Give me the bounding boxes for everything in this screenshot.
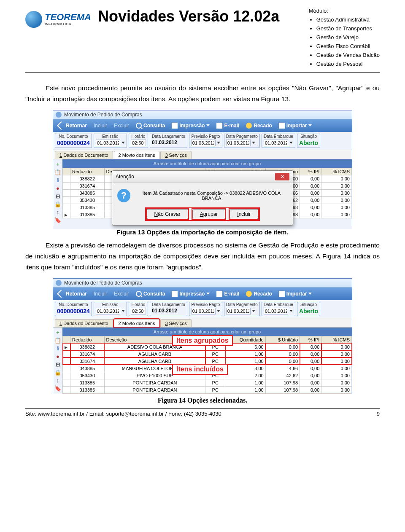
lock-icon[interactable]: 🔒 [54,369,61,376]
impressao-button[interactable]: Impressão [168,121,213,130]
chevron-down-icon[interactable] [289,310,293,312]
chevron-down-icon[interactable] [252,142,255,144]
tab-movto[interactable]: 2 Movto dos Itens [114,151,160,159]
doc-number-value: 0000000024 [57,308,90,314]
consulta-button[interactable]: Consulta [132,121,168,130]
importar-button[interactable]: Importar [275,289,316,298]
emissao-input[interactable] [96,140,120,146]
tab-movto[interactable]: 2 Movto dos Itens [114,319,160,327]
app-window-fig14: Movimento de Pedido de Compras Retornar … [53,278,352,394]
field-label: Previsão Pagto [191,134,220,139]
recado-button[interactable]: Recado [243,121,275,130]
dialog-title: Atenção [116,174,134,180]
col-ipi[interactable]: % IPI [300,336,321,343]
consulta-button[interactable]: Consulta [132,289,168,298]
search-icon [136,123,142,129]
embarque-input[interactable] [264,140,288,146]
callout-agrupados: Itens agrupados [172,335,233,346]
previsao-input[interactable] [191,140,216,146]
add-icon[interactable]: + [56,329,59,336]
lancamento-value: 01.03.2012 [152,140,177,145]
tab-dados[interactable]: 1 1 Dados do DocumentoDados do Documento [55,151,113,159]
add-icon[interactable]: + [56,161,59,167]
chevron-down-icon[interactable] [217,310,220,312]
grid-icon[interactable]: ⊞ [56,361,60,368]
field-label: No. Documento [57,134,90,139]
impressao-button[interactable]: Impressão [168,289,213,298]
close-icon[interactable]: ✕ [275,173,289,180]
excluir-button[interactable]: Excluir [111,289,132,298]
window-title: Movimento de Pedido de Compras [64,112,142,118]
field-label: Data Embarque [264,134,293,139]
smiley-icon [246,291,252,297]
tab-dados[interactable]: 1 Dados do Documento [55,319,113,327]
retornar-button[interactable]: Retornar [55,289,90,298]
attention-dialog: Atenção ✕ ? Item Já Cadastrado nesta Com… [112,170,293,226]
module-item: Gestão Fisco Contábil [316,43,380,49]
grid-icon-column: + 📋 ℹ ● ⊞ 🔒 ↕ 🔖 [53,328,62,394]
module-list: Módulo: Gestão Administrativa Gestão de … [309,8,380,70]
printer-icon [172,291,178,297]
tab-bar: 1 Dados do Documento 2 Movto dos Itens 3… [53,318,352,328]
field-label: Previsão Pagto [191,302,220,307]
field-label: Horário [131,302,146,307]
paragraph-2: Existe a previsão de remodelagem de dive… [25,240,380,273]
tag-icon[interactable]: 🔖 [54,385,61,392]
chevron-down-icon[interactable] [252,310,255,312]
agrupar-button[interactable]: Agrupar [192,209,226,219]
chevron-down-icon[interactable] [122,310,125,312]
excluir-button[interactable]: Excluir [111,121,132,130]
incluir-button[interactable]: Incluir [90,121,111,130]
col-unit[interactable]: $ Unitário [265,336,300,343]
horario-input[interactable] [131,308,146,314]
toolbar: Retornar Incluir Excluir Consulta Impres… [53,287,352,300]
page-footer: Site: www.teorema.inf.br / Email: suport… [25,408,380,417]
sort-icon[interactable]: ↕ [57,377,59,384]
window-titlebar: Movimento de Pedido de Compras [53,279,352,287]
embarque-input[interactable] [264,308,288,314]
paragraph-intro: Este novo procedimento permite ao usuári… [25,83,380,105]
nao-gravar-button[interactable]: NNão Gravarão Gravar [147,209,188,219]
table-row[interactable]: 013385PONTEIRA CARDANPC1,00107,980,000,0… [63,386,352,393]
pagamento-input[interactable] [226,140,251,146]
field-label: Situação [299,134,318,139]
emissao-input[interactable] [96,308,120,314]
smiley-icon [246,123,252,129]
incluir-button[interactable]: Incluir [230,209,258,219]
table-row[interactable]: 031674AGULHA CARBPC1,000,000,000,00 [63,350,352,357]
previsao-input[interactable] [191,308,216,314]
col-icms[interactable]: % ICMS [321,336,352,343]
tab-servicos[interactable]: 3 Serviços [160,151,191,159]
incluir-button[interactable]: Incluir [90,289,111,298]
dot-icon[interactable]: ● [56,353,59,360]
col-reduzido[interactable]: Reduzido [70,336,105,343]
info-icon[interactable]: ℹ [57,345,59,352]
field-label: Emissão [96,134,125,139]
email-button[interactable]: E-mail [213,289,243,298]
tab-servicos[interactable]: 3 Serviços [160,319,191,327]
tab-bar: 1 1 Dados do DocumentoDados do Documento… [53,150,352,159]
search-icon [136,291,142,297]
clipboard-icon[interactable]: 📋 [54,337,61,344]
recado-button[interactable]: Recado [243,289,275,298]
window-icon [56,280,62,286]
pagamento-input[interactable] [226,308,251,314]
table-row[interactable]: 013385PONTEIRA CARDANPC1,00107,980,000,0… [63,379,352,386]
toolbar: Retornar Incluir Excluir Consulta Impres… [53,119,352,132]
email-button[interactable]: E-mail [213,121,243,130]
window-title: Movimento de Pedido de Compras [64,280,142,286]
chevron-down-icon[interactable] [217,142,220,144]
chevron-down-icon[interactable] [289,142,293,144]
callout-incluidos: Itens incluídos [172,364,228,375]
importar-button[interactable]: Importar [275,121,316,130]
field-label: Horário [131,134,146,139]
logo-subtitle: INFORMÁTICA [45,22,91,26]
header-divider [25,72,380,73]
chevron-down-icon [308,124,312,126]
retornar-button[interactable]: Retornar [55,121,90,130]
chevron-down-icon[interactable] [122,142,125,144]
horario-input[interactable] [131,140,146,146]
back-icon [57,290,65,298]
dialog-message: Item Já Cadastrado nesta Composição -> 0… [135,191,288,201]
status-value: Aberto [299,308,318,314]
